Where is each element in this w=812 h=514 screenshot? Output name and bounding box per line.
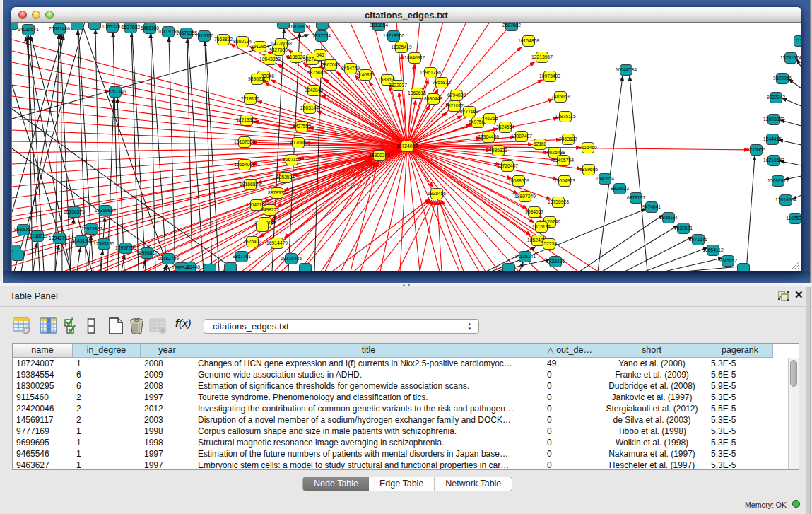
svg-text:15495754: 15495754 (553, 158, 574, 163)
svg-text:6466160: 6466160 (141, 25, 159, 30)
svg-text:7357224: 7357224 (312, 33, 331, 38)
svg-text:15692971: 15692971 (767, 178, 789, 183)
svg-text:20053346: 20053346 (105, 89, 126, 94)
svg-text:9146821: 9146821 (356, 72, 375, 77)
svg-text:10107553: 10107553 (234, 139, 255, 144)
svg-text:19716485: 19716485 (281, 256, 302, 261)
svg-text:62160: 62160 (534, 141, 547, 146)
svg-text:16961756: 16961756 (420, 70, 441, 75)
svg-text:10025438: 10025438 (544, 150, 565, 155)
svg-text:252254: 252254 (541, 241, 558, 246)
svg-text:16782759: 16782759 (158, 256, 179, 261)
svg-text:1353594: 1353594 (276, 175, 295, 180)
svg-text:19218506: 19218506 (383, 33, 404, 38)
svg-text:2718176: 2718176 (241, 96, 259, 101)
svg-text:11156619: 11156619 (28, 233, 48, 238)
svg-text:10807487: 10807487 (511, 134, 532, 139)
svg-text:9329966: 9329966 (773, 76, 792, 81)
svg-text:9985061: 9985061 (14, 227, 33, 232)
svg-text:16033809: 16033809 (288, 24, 310, 29)
svg-text:417006: 417006 (290, 140, 307, 145)
svg-text:7955812: 7955812 (433, 80, 451, 85)
svg-text:19654923: 19654923 (554, 178, 575, 183)
svg-text:16648784: 16648784 (616, 67, 637, 72)
svg-text:1733426: 1733426 (546, 259, 565, 264)
svg-text:8471676: 8471676 (689, 237, 707, 242)
svg-text:5875685: 5875685 (307, 70, 326, 75)
svg-text:7485063: 7485063 (551, 94, 570, 99)
svg-text:8813054: 8813054 (370, 23, 388, 28)
svg-text:9463627: 9463627 (559, 136, 577, 141)
svg-text:3912954: 3912954 (251, 44, 269, 49)
svg-text:14136141: 14136141 (514, 254, 536, 259)
svg-text:10995817: 10995817 (136, 250, 158, 255)
svg-text:12093873: 12093873 (763, 117, 784, 122)
svg-text:1362615: 1362615 (408, 90, 426, 95)
svg-text:8878334: 8878334 (268, 190, 286, 195)
svg-text:19166829: 19166829 (240, 182, 261, 187)
svg-text:1938456: 1938456 (428, 191, 446, 196)
svg-text:12942757: 12942757 (49, 235, 70, 240)
svg-text:9474641: 9474641 (642, 204, 661, 209)
svg-text:18807249: 18807249 (514, 194, 536, 199)
svg-text:20206575: 20206575 (64, 209, 85, 214)
svg-text:1527602: 1527602 (122, 25, 140, 30)
svg-text:7632621: 7632621 (674, 226, 693, 230)
svg-text:11325419: 11325419 (391, 45, 412, 49)
svg-text:8454749: 8454749 (341, 66, 360, 71)
svg-text:15720407: 15720407 (497, 163, 518, 168)
svg-text:3822037: 3822037 (389, 83, 407, 88)
svg-text:1640954: 1640954 (596, 176, 614, 181)
svg-text:17016504: 17016504 (775, 197, 796, 202)
svg-text:8267150: 8267150 (283, 157, 301, 162)
svg-text:16914479: 16914479 (266, 240, 288, 245)
svg-text:9890216: 9890216 (248, 76, 266, 81)
svg-text:25300243: 25300243 (369, 153, 390, 158)
svg-text:746266: 746266 (482, 116, 498, 121)
svg-text:10688609: 10688609 (508, 178, 529, 183)
svg-text:546: 546 (316, 52, 324, 57)
svg-text:9899695: 9899695 (579, 167, 598, 172)
svg-text:15751074: 15751074 (780, 55, 801, 60)
svg-text:8215955: 8215955 (747, 147, 765, 152)
svg-text:10654112: 10654112 (702, 247, 724, 252)
svg-text:7625402: 7625402 (243, 239, 261, 244)
svg-text:10654096: 10654096 (234, 162, 255, 167)
svg-text:14035571: 14035571 (18, 27, 39, 32)
svg-text:7986322: 7986322 (489, 148, 507, 153)
svg-text:1112: 1112 (795, 38, 801, 43)
svg-text:12975115: 12975115 (555, 114, 576, 119)
svg-text:6794028: 6794028 (447, 93, 466, 98)
svg-text:8990448: 8990448 (424, 96, 442, 101)
svg-text:16154808: 16154808 (518, 38, 539, 43)
svg-text:16671355: 16671355 (176, 30, 197, 35)
svg-text:8427552: 8427552 (293, 124, 311, 129)
svg-text:1145194: 1145194 (72, 238, 90, 243)
svg-text:9857791: 9857791 (233, 254, 251, 259)
svg-text:2687682: 2687682 (502, 23, 521, 28)
svg-text:8660124: 8660124 (233, 39, 252, 44)
svg-text:2803144: 2803144 (300, 105, 319, 110)
svg-text:2935114: 2935114 (659, 215, 678, 220)
svg-text:9777169: 9777169 (460, 109, 478, 114)
svg-text:9227342: 9227342 (767, 95, 785, 100)
svg-text:12213369: 12213369 (236, 117, 257, 122)
svg-text:10653287: 10653287 (102, 24, 123, 29)
svg-text:18724007: 18724007 (396, 144, 418, 148)
svg-text:7663822: 7663822 (214, 37, 233, 42)
svg-text:17359924: 17359924 (95, 208, 116, 213)
svg-text:9327500: 9327500 (269, 47, 288, 52)
svg-text:10543362: 10543362 (259, 57, 281, 62)
svg-text:1244415: 1244415 (763, 136, 782, 141)
svg-text:9245652: 9245652 (719, 258, 737, 263)
svg-text:10973493: 10973493 (539, 74, 560, 78)
svg-text:12213967: 12213967 (531, 54, 553, 59)
svg-text:20691406: 20691406 (49, 26, 70, 31)
svg-text:1167533: 1167533 (786, 216, 801, 221)
svg-text:9084067: 9084067 (525, 209, 543, 214)
svg-text:9242848: 9242848 (305, 88, 323, 93)
svg-text:23975887: 23975887 (81, 226, 102, 231)
svg-text:3624554: 3624554 (496, 124, 514, 129)
svg-text:21364436: 21364436 (478, 134, 499, 139)
svg-text:1498222: 1498222 (261, 207, 279, 212)
